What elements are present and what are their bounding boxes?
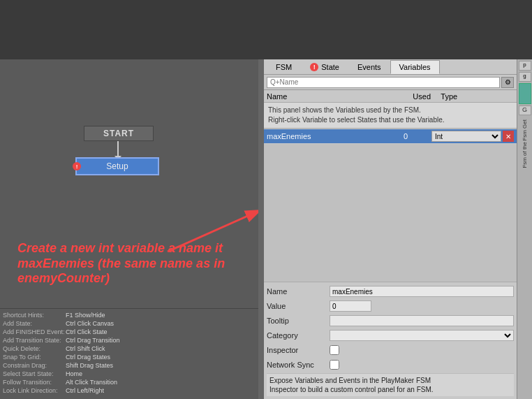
hint-snap-key: Snap To Grid: bbox=[3, 354, 66, 361]
hint-addtrans-key: Add Transition State: bbox=[3, 337, 66, 344]
col-name-header: Name bbox=[267, 92, 413, 101]
var-used: 0 bbox=[404, 132, 431, 140]
setup-node[interactable]: ! Setup bbox=[75, 157, 159, 175]
hint-finished-val: Ctrl Click State bbox=[66, 328, 108, 335]
hint-shortcut-val: F1 Show/Hide bbox=[66, 312, 105, 319]
hint-addstate-key: Add State: bbox=[3, 320, 66, 327]
hint-snap-val: Ctrl Drag States bbox=[66, 354, 110, 361]
info-line1: This panel shows the Variables used by t… bbox=[268, 106, 512, 115]
tab-events-label: Events bbox=[357, 63, 381, 71]
far-right-label: Get bbox=[522, 119, 528, 129]
error-dot: ! bbox=[73, 162, 81, 171]
search-bar: ⚙ bbox=[264, 75, 517, 90]
hint-lock-val: Ctrl Left/Right bbox=[66, 387, 104, 394]
prop-value-input[interactable] bbox=[330, 300, 371, 312]
prop-name-label: Name bbox=[267, 287, 330, 296]
far-right-panel: p g G Get Fsm of the Fsm bbox=[517, 59, 532, 399]
canvas-scrollbar[interactable] bbox=[258, 59, 264, 399]
prop-tooltip-label: Tooltip bbox=[267, 317, 330, 325]
prop-category-label: Category bbox=[267, 331, 330, 340]
prop-networksync-checkbox[interactable] bbox=[330, 360, 339, 370]
prop-name-input[interactable] bbox=[330, 286, 514, 297]
prop-networksync-label: Network Sync bbox=[267, 361, 330, 369]
hint-follow-key: Follow Transition: bbox=[3, 379, 66, 386]
red-arrow-1 bbox=[161, 203, 264, 260]
expose-line2: Inspector to build a custom control pane… bbox=[269, 386, 434, 393]
var-name: maxEnemies bbox=[267, 132, 404, 140]
tab-fsm[interactable]: FSM bbox=[267, 60, 301, 74]
tab-state[interactable]: ! State bbox=[301, 60, 348, 74]
hint-addtrans-val: Ctrl Drag Transition bbox=[66, 337, 120, 344]
info-line2: Right-click Variable to select States th… bbox=[268, 115, 512, 125]
panel-spacer bbox=[264, 144, 517, 282]
start-node[interactable]: START bbox=[84, 126, 154, 141]
far-right-btn2[interactable]: g bbox=[519, 72, 531, 82]
hint-shortcut-key: Shortcut Hints: bbox=[3, 312, 66, 319]
tab-variables-label: Variables bbox=[399, 63, 431, 71]
hint-addstate-val: Ctrl Click Canvas bbox=[66, 320, 114, 327]
prop-category-select[interactable] bbox=[330, 330, 514, 341]
properties-section: Name Value Tooltip Category Inspector Ne… bbox=[264, 282, 517, 399]
hint-quickdel-key: Quick Delete: bbox=[3, 345, 66, 352]
prop-tooltip-input[interactable] bbox=[330, 315, 514, 326]
search-input[interactable] bbox=[267, 77, 500, 88]
setup-label: Setup bbox=[106, 161, 128, 171]
var-delete-button[interactable]: ✕ bbox=[503, 131, 514, 142]
prop-inspector-label: Inspector bbox=[267, 346, 330, 354]
column-headers: Name Used Type bbox=[264, 90, 517, 103]
arrow-connector bbox=[117, 141, 119, 157]
variable-row[interactable]: maxEnemies 0 Int Float Bool String GameO… bbox=[264, 129, 517, 143]
col-used-header: Used bbox=[413, 92, 441, 101]
right-panel: FSM ! State Events Variables ⚙ Name Used… bbox=[264, 59, 517, 399]
hint-constrain-val: Shift Drag States bbox=[66, 362, 113, 369]
expose-line1: Expose Variables and Events in the PlayM… bbox=[269, 377, 431, 384]
tab-events[interactable]: Events bbox=[348, 60, 390, 74]
prop-value-label: Value bbox=[267, 302, 330, 310]
tab-state-label: State bbox=[321, 63, 339, 71]
expose-text: Expose Variables and Events in the PlayM… bbox=[267, 373, 514, 396]
col-type-header: Type bbox=[441, 92, 514, 101]
prop-inspector-checkbox[interactable] bbox=[330, 345, 339, 355]
hint-follow-val: Alt Click Transition bbox=[66, 379, 117, 386]
far-right-label3: of the bbox=[522, 142, 528, 156]
hint-lock-key: Lock Link Direction: bbox=[3, 387, 66, 394]
top-area bbox=[0, 0, 532, 59]
var-type-select[interactable]: Int Float Bool String GameObject bbox=[431, 131, 501, 142]
tab-variables[interactable]: Variables bbox=[390, 60, 440, 74]
tab-fsm-label: FSM bbox=[276, 63, 292, 71]
canvas-area: START ! Setup Create a new int variable … bbox=[0, 59, 264, 399]
tab-bar: FSM ! State Events Variables bbox=[264, 59, 517, 75]
far-right-green1[interactable] bbox=[519, 83, 531, 104]
hint-selectstart-val: Home bbox=[66, 370, 82, 377]
gear-button[interactable]: ⚙ bbox=[501, 77, 514, 88]
hint-constrain-key: Constrain Drag: bbox=[3, 362, 66, 369]
hints-panel: Shortcut Hints: F1 Show/Hide Add State: … bbox=[0, 308, 264, 399]
start-label: START bbox=[103, 129, 134, 138]
svg-line-1 bbox=[168, 210, 262, 252]
far-right-label4: Fsm bbox=[522, 157, 528, 168]
warning-icon: ! bbox=[310, 63, 318, 71]
hint-selectstart-key: Select Start State: bbox=[3, 370, 66, 377]
info-text: This panel shows the Variables used by t… bbox=[264, 103, 517, 129]
far-right-label2: Fsm bbox=[522, 130, 528, 141]
hint-quickdel-val: Ctrl Shift Click bbox=[66, 345, 105, 352]
hint-finished-key: Add FINISHED Event: bbox=[3, 328, 66, 335]
far-right-btn1[interactable]: p bbox=[519, 61, 531, 71]
far-right-getbtn[interactable]: G bbox=[519, 106, 531, 115]
hints-left: Shortcut Hints: F1 Show/Hide Add State: … bbox=[3, 312, 261, 396]
